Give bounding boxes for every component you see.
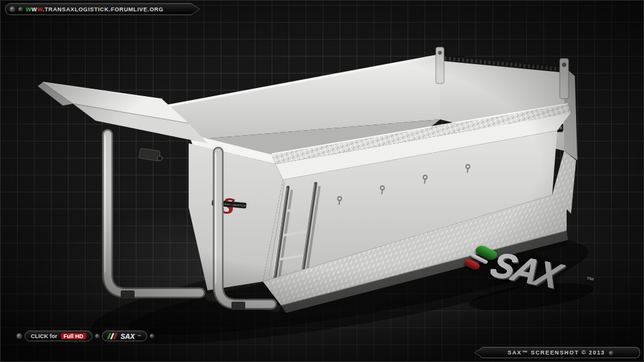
screenshot-credit-text: SAX™ SCREENSHOT © 2013	[508, 349, 605, 356]
tow-hook	[139, 148, 162, 161]
banner-stud-icon	[18, 7, 23, 11]
url-rest: .TRANSAXLOGISTICK.FORUMLIVE.ORG	[43, 6, 164, 13]
header-url-banner-body: WWW.TRANSAXLOGISTICK.FORUMLIVE.ORG	[6, 4, 199, 14]
url-w2: W	[31, 6, 37, 13]
url-w1: W	[26, 6, 31, 13]
badge-stud-icon	[150, 334, 154, 338]
bottom-left-badge: CLICK for Full HD SAX ™	[16, 331, 154, 341]
url-w3: W	[37, 6, 43, 13]
credit-stud-icon	[609, 351, 613, 355]
header-url-banner[interactable]: WWW.TRANSAXLOGISTICK.FORUMLIVE.ORG	[5, 3, 200, 15]
tricolor-slashes-icon	[108, 333, 116, 339]
sax-brand-badge: SAX ™	[102, 331, 148, 341]
screenshot-stage: S TRANS SAX LOGISTICK TRANS SAX LOGISTIC…	[0, 0, 644, 362]
screenshot-credit-body: SAX™ SCREENSHOT © 2013	[475, 348, 640, 358]
click-for-label: CLICK for	[31, 333, 57, 339]
full-hd-link[interactable]: CLICK for Full HD	[25, 331, 92, 341]
sax-floor-logo-text: SAX	[486, 244, 566, 295]
badge-stud-icon	[16, 333, 22, 339]
sax-brand-tm: ™	[137, 334, 141, 338]
screenshot-credit-bar: SAX™ SCREENSHOT © 2013	[474, 347, 640, 358]
site-url-text: WWW.TRANSAXLOGISTICK.FORUMLIVE.ORG	[26, 6, 164, 13]
sax-brand-text: SAX	[121, 332, 135, 340]
badge-stud-icon	[95, 334, 99, 338]
full-hd-label: Full HD	[61, 333, 86, 339]
sax-floor-logo-tm: ™	[584, 275, 596, 285]
banner-stud-icon	[9, 6, 15, 12]
